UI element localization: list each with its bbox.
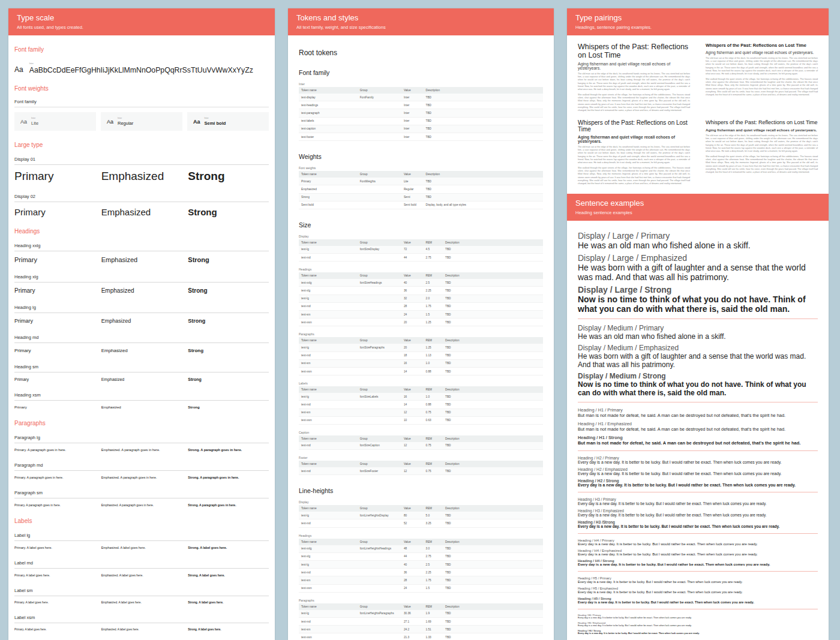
token-table-cell: TBD [443, 416, 543, 424]
token-table-row: text-paragraphInterTBD [299, 109, 543, 117]
section-heading: Headings [14, 228, 269, 235]
style-cell: Strong. A label goes here. [188, 628, 269, 631]
style-cell: Primary [14, 405, 95, 409]
token-table-cell: TBD [424, 193, 543, 201]
sentence-group: Heading / H1 / PrimaryBut man is not mad… [578, 407, 818, 446]
token-table-cell: TBD [443, 569, 543, 576]
article-subtitle: Aging fisherman and quiet village recall… [578, 62, 690, 70]
article-paragraph: The old man sat at the edge of the dock,… [706, 57, 818, 76]
token-table-header: Token name [299, 239, 358, 246]
sentence-text: But man is not made for defeat, he said.… [578, 440, 818, 446]
weight-card-name: Regular [118, 121, 133, 126]
token-table-label: Display [299, 500, 543, 504]
token-table-cell [358, 617, 401, 625]
sentence-style-label: Heading / H2 / Emphasized [578, 467, 818, 471]
style-cell: Primary. A label goes here. [14, 628, 95, 631]
style-row: PrimaryEmphasizedStrong [14, 170, 269, 183]
sentence-group: Heading / H2 / PrimaryEvery day is a new… [578, 456, 818, 487]
token-table-cell: TBD [424, 133, 543, 140]
style-row: Primary. A paragraph goes in here.Emphas… [14, 448, 269, 452]
sentence-group: Display / Medium / PrimaryHe was an old … [578, 324, 818, 397]
style-cell: Primary. A label goes here. [14, 546, 95, 549]
token-table-cell: TBD [443, 367, 543, 375]
style-cell: Strong. A label goes here. [188, 546, 269, 549]
token-table-cell: text-xsm [299, 367, 358, 375]
token-table-header-row: Token nameGroupValueDescription [299, 87, 543, 94]
token-table-cell: 12 [401, 467, 424, 475]
token-table: Token nameGroupValueDescriptiontext-disp… [299, 87, 543, 141]
token-table-cell: TBD [424, 94, 543, 101]
token-table-row: text-xsm21.31.33TBD [299, 633, 543, 640]
style-group-label: Heading xlg [14, 273, 269, 283]
weight-card-text: Inter Semi bold [205, 117, 226, 126]
token-table-cell: TBD [443, 295, 543, 302]
sentence-style-label: Display / Large / Strong [578, 285, 818, 295]
token-table-cell: 12 [401, 408, 424, 416]
token-table-cell: text-lg [299, 344, 358, 351]
sentence-examples-subtitle: Heading sentence examples [575, 210, 820, 215]
sentence-text: Every day is a new day. It is better to … [578, 460, 818, 464]
token-table-cell: 48 [401, 545, 424, 553]
style-group-label: Heading sm [14, 363, 269, 372]
token-table: Token nameGroupValueREMDescriptiontext-l… [299, 386, 543, 425]
token-table-cell: TBD [443, 254, 543, 262]
token-table-cell: text-sm [299, 311, 358, 319]
group-divider [578, 402, 818, 402]
token-table-cell: Inter [401, 133, 424, 140]
token-table-cell: Inter [401, 117, 424, 125]
token-table-row: text-xsm201.25TBD [299, 319, 543, 326]
token-table-header: Description [443, 435, 543, 442]
style-cell: Primary. A label goes here. [14, 601, 95, 604]
token-table-cell: text-md [299, 302, 358, 310]
token-table-cell: 14 [401, 401, 424, 408]
style-cell: Primary. A paragraph goes in here. [14, 448, 95, 452]
token-table-row: text-captionInterTBD [299, 125, 543, 133]
style-row: Primary. A paragraph goes in here.Emphas… [14, 503, 269, 507]
sentence-group: Heading / H5 / PrimaryEvery day is a new… [578, 576, 818, 604]
sentence-text: He was an old man who fished alone in a … [578, 241, 818, 250]
token-table-row: text-lgfontSizeLabels161.0TBD [299, 393, 543, 401]
token-table: Token nameGroupValueREMDescriptiontext-m… [299, 461, 543, 475]
token-table-cell: 28 [401, 302, 424, 310]
token-table-row: text-sm161.0TBD [299, 359, 543, 367]
token-table-label: Caption [299, 431, 543, 434]
token-table-cell [358, 408, 401, 416]
style-group: Label smPrimary. A label goes here.Empha… [14, 587, 269, 604]
token-table-cell: 24 [401, 311, 424, 319]
token-table-header: Group [358, 461, 401, 467]
style-cell: Primary [14, 348, 95, 353]
token-table-cell: text-xlg [299, 552, 358, 560]
token-table-header: REM [424, 337, 443, 344]
sentence-group: Heading / H6 / PrimaryEvery day is a new… [578, 614, 818, 635]
token-table-row: text-sm241.5TBD [299, 311, 543, 319]
pairings-board: Type pairings Headings, sentence pairing… [567, 8, 829, 640]
style-cell: Primary [14, 377, 95, 381]
sentence-item: Heading / H4 / PrimaryEvery day is a new… [578, 539, 818, 546]
token-table-header: Group [358, 539, 401, 545]
token-table-header: Value [401, 603, 424, 610]
token-table-cell: text-paragraph [299, 109, 358, 117]
sentence-item: Display / Medium / PrimaryHe was an old … [578, 324, 818, 341]
token-table-cell: TBD [443, 279, 543, 287]
style-group: Heading xxlgPrimaryEmphasizedStrong [14, 242, 269, 263]
token-table-cell: 36 [401, 569, 424, 576]
font-weights-heading: Font weights [14, 85, 269, 92]
sentence-style-label: Heading / H2 / Strong [578, 479, 818, 483]
token-table-header: REM [424, 461, 443, 467]
token-table-cell: text-md [299, 467, 358, 475]
token-table-cell: 2.25 [424, 569, 443, 576]
token-table-cell: 3.25 [424, 519, 443, 527]
token-table-cell: TBD [443, 610, 543, 618]
style-cell: Emphasized. A label goes here. [101, 628, 182, 631]
token-table-header-row: Token nameGroupValueREMDescription [299, 435, 543, 442]
token-table-header: Value [401, 505, 424, 512]
token-table-cell [358, 185, 401, 193]
token-table-header: REM [424, 239, 443, 246]
style-group-label: Paragraph md [14, 461, 269, 471]
token-table: Token nameGroupValueREMDescriptiontext-l… [299, 505, 543, 527]
token-table-cell [358, 351, 401, 359]
token-table-header: Token name [299, 461, 358, 467]
weight-card-aa: Aa [107, 119, 113, 125]
token-table-cell: text-lg [299, 561, 358, 569]
token-table-row: text-lgfontLineHeightsParagraphs30.361.9… [299, 610, 543, 618]
